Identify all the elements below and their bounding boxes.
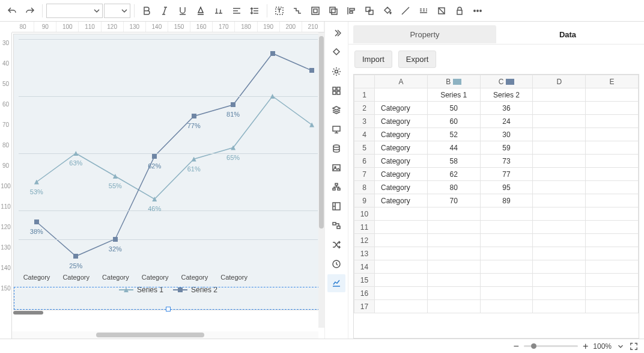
data-label: 62%: [148, 162, 161, 170]
svg-rect-19: [333, 165, 340, 171]
svg-rect-25: [333, 223, 336, 225]
outer-box-button[interactable]: [307, 2, 324, 19]
svg-point-18: [333, 145, 339, 147]
x-axis-label: Category: [62, 274, 90, 281]
svg-point-10: [477, 10, 478, 11]
vertical-ruler: 30405060708090100110120130140150: [0, 32, 12, 339]
data-label: 81%: [226, 111, 240, 118]
svg-rect-13: [333, 87, 336, 90]
svg-point-12: [335, 70, 338, 73]
svg-rect-5: [366, 7, 370, 11]
svg-rect-1: [312, 7, 319, 14]
fill-tool-button[interactable]: [327, 43, 345, 61]
side-toolbar: [324, 22, 348, 339]
line-spacing-button[interactable]: [246, 2, 263, 19]
expand-button[interactable]: [327, 197, 345, 215]
history-button[interactable]: [327, 255, 345, 273]
data-point[interactable]: [231, 102, 235, 107]
zoom-in-button[interactable]: +: [583, 341, 588, 352]
x-axis-label: Category: [102, 274, 129, 281]
svg-rect-14: [337, 87, 340, 90]
tab-property[interactable]: Property: [353, 25, 496, 43]
text-tool-button[interactable]: [271, 2, 288, 19]
import-button[interactable]: Import: [354, 51, 392, 68]
svg-rect-21: [335, 183, 338, 185]
canvas-vertical-scrollbar[interactable]: [318, 32, 324, 328]
settings-button[interactable]: [327, 63, 345, 81]
presentation-button[interactable]: [327, 120, 345, 138]
data-point[interactable]: [192, 114, 196, 118]
crop-button[interactable]: [433, 2, 450, 19]
layers-button[interactable]: [327, 101, 345, 119]
x-axis-label: Category: [220, 274, 248, 281]
chart-object[interactable]: 53%63%55%46%61%65%38%25%32%62%77%81% Cat…: [13, 34, 323, 310]
font-color-button[interactable]: [192, 2, 209, 19]
shadow-button[interactable]: [325, 2, 342, 19]
flow-button[interactable]: [327, 216, 345, 235]
data-point[interactable]: [73, 254, 78, 259]
data-point[interactable]: [34, 219, 39, 224]
svg-rect-15: [333, 91, 336, 94]
fill-button[interactable]: [379, 2, 396, 19]
data-point[interactable]: [113, 237, 118, 242]
image-button[interactable]: [327, 159, 345, 177]
stroke-button[interactable]: [397, 2, 414, 19]
hierarchy-button[interactable]: [327, 178, 345, 196]
horizontal-ruler: 8090100110120130140150160170180190200210: [12, 22, 324, 32]
zoom-value: 100%: [593, 342, 612, 351]
grid-button[interactable]: [327, 82, 345, 100]
align-objects-button[interactable]: [343, 2, 360, 19]
zoom-slider[interactable]: [524, 345, 578, 347]
fullscreen-button[interactable]: [630, 342, 638, 351]
data-label: 25%: [69, 262, 82, 269]
data-point[interactable]: [309, 68, 314, 73]
lock-button[interactable]: [451, 2, 468, 19]
x-axis-label: Category: [142, 274, 169, 281]
svg-rect-22: [333, 188, 335, 190]
svg-rect-26: [337, 226, 340, 229]
data-spreadsheet[interactable]: ABCDE1Series 1Series 22Category50363Cate…: [353, 74, 639, 339]
svg-rect-2: [314, 9, 317, 13]
zoom-dropdown-icon[interactable]: [616, 342, 625, 351]
export-button[interactable]: Export: [398, 51, 437, 68]
x-axis-label: Category: [181, 274, 208, 281]
canvas-pane: 8090100110120130140150160170180190200210…: [0, 22, 324, 339]
underline-button[interactable]: [174, 2, 191, 19]
data-label: 77%: [187, 122, 201, 129]
tab-data[interactable]: Data: [496, 25, 639, 43]
data-label: 38%: [30, 228, 43, 235]
collapse-panel-button[interactable]: [327, 24, 345, 42]
data-label: 32%: [109, 245, 122, 253]
svg-rect-3: [330, 7, 335, 13]
legend-selection[interactable]: [14, 287, 323, 310]
database-button[interactable]: [327, 140, 345, 158]
connector-button[interactable]: [289, 2, 306, 19]
more-button[interactable]: [469, 2, 486, 19]
shuffle-button[interactable]: [327, 236, 345, 254]
svg-rect-6: [369, 10, 373, 14]
zoom-out-button[interactable]: −: [514, 341, 519, 352]
right-panel: Property Data Import Export ABCDE1Series…: [348, 22, 644, 339]
chart-data-button[interactable]: [327, 274, 345, 292]
svg-rect-23: [338, 188, 340, 190]
svg-rect-4: [332, 9, 337, 14]
group-button[interactable]: [361, 2, 378, 19]
italic-button[interactable]: [156, 2, 173, 19]
line-style-button[interactable]: [415, 2, 432, 19]
align-button[interactable]: [228, 2, 245, 19]
svg-point-9: [474, 10, 475, 11]
svg-point-11: [480, 10, 481, 11]
text-size-button[interactable]: [210, 2, 227, 19]
redo-button[interactable]: [22, 2, 38, 19]
undo-button[interactable]: [4, 2, 20, 19]
data-point[interactable]: [152, 154, 157, 159]
status-bar: − + 100%: [0, 339, 644, 353]
svg-rect-17: [333, 126, 340, 131]
canvas-horizontal-scrollbar[interactable]: [12, 331, 318, 339]
bold-button[interactable]: [138, 2, 155, 19]
svg-rect-8: [457, 10, 462, 14]
main-toolbar: [0, 0, 644, 22]
font-family-select[interactable]: [46, 4, 103, 18]
data-point[interactable]: [270, 51, 275, 56]
font-size-select[interactable]: [104, 4, 130, 18]
